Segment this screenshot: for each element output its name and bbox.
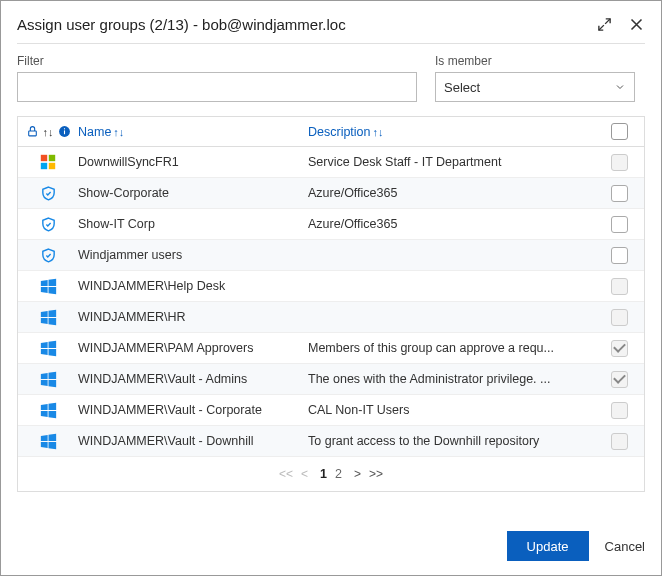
table-row[interactable]: WINDJAMMER\Vault - DownhillTo grant acce… <box>18 426 644 457</box>
row-checkbox <box>611 278 628 295</box>
group-description: CAL Non-IT Users <box>308 403 594 417</box>
group-name: Windjammer users <box>78 248 308 262</box>
row-checkbox <box>611 154 628 171</box>
group-type-icon <box>38 245 58 265</box>
pager-page[interactable]: 2 <box>331 465 346 483</box>
header-tools: ↑↓ <box>18 125 78 138</box>
group-type-icon <box>38 431 58 451</box>
table-body: DownwillSyncFR1Service Desk Staff - IT D… <box>18 147 644 457</box>
is-member-value: Select <box>444 80 480 95</box>
table-row[interactable]: WINDJAMMER\Help Desk <box>18 271 644 302</box>
column-description-header[interactable]: Description↑↓ <box>308 125 594 139</box>
filter-label: Filter <box>17 54 417 68</box>
filter-block: Filter <box>17 54 417 102</box>
group-description: Azure/Office365 <box>308 217 594 231</box>
group-name: WINDJAMMER\Vault - Corporate <box>78 403 308 417</box>
header-controls <box>595 15 645 33</box>
sort-indicator-icon: ↑↓ <box>113 126 124 138</box>
sort-icon[interactable]: ↑↓ <box>43 126 54 138</box>
group-description: Members of this group can approve a requ… <box>308 341 594 355</box>
table-row[interactable]: WINDJAMMER\Vault - CorporateCAL Non-IT U… <box>18 395 644 426</box>
group-type-icon <box>38 338 58 358</box>
row-checkbox <box>611 402 628 419</box>
group-description: To grant access to the Downhill reposito… <box>308 434 594 448</box>
chevron-down-icon <box>614 81 626 93</box>
column-select-header <box>594 123 644 140</box>
pager-prev[interactable]: < <box>301 467 308 481</box>
row-checkbox <box>611 433 628 450</box>
table-row[interactable]: Show-CorporateAzure/Office365 <box>18 178 644 209</box>
dialog-footer: Update Cancel <box>17 517 645 561</box>
column-name-header[interactable]: Name↑↓ <box>78 125 308 139</box>
svg-rect-5 <box>49 155 55 161</box>
group-name: WINDJAMMER\PAM Approvers <box>78 341 308 355</box>
group-type-icon <box>38 183 58 203</box>
svg-rect-2 <box>63 130 64 134</box>
row-checkbox[interactable] <box>611 216 628 233</box>
row-checkbox <box>611 340 628 357</box>
table-row[interactable]: WINDJAMMER\HR <box>18 302 644 333</box>
group-type-icon <box>38 214 58 234</box>
group-name: Show-Corporate <box>78 186 308 200</box>
table-header: ↑↓ Name↑↓ Description↑↓ <box>18 117 644 147</box>
pager-last[interactable]: >> <box>369 467 383 481</box>
group-name: WINDJAMMER\Vault - Admins <box>78 372 308 386</box>
info-icon[interactable] <box>58 125 71 138</box>
table-row[interactable]: WINDJAMMER\Vault - AdminsThe ones with t… <box>18 364 644 395</box>
table-row[interactable]: WINDJAMMER\PAM ApproversMembers of this … <box>18 333 644 364</box>
group-description: The ones with the Administrator privileg… <box>308 372 594 386</box>
group-name: WINDJAMMER\Help Desk <box>78 279 308 293</box>
is-member-select[interactable]: Select <box>435 72 635 102</box>
svg-rect-3 <box>63 128 64 129</box>
row-checkbox[interactable] <box>611 185 628 202</box>
svg-rect-4 <box>41 155 47 161</box>
row-checkbox <box>611 371 628 388</box>
group-type-icon <box>38 400 58 420</box>
pager-page[interactable]: 1 <box>316 465 331 483</box>
dialog-title: Assign user groups (2/13) - bob@windjamm… <box>17 16 346 33</box>
select-all-checkbox[interactable] <box>611 123 628 140</box>
pager-next[interactable]: > <box>354 467 361 481</box>
table-row[interactable]: Show-IT CorpAzure/Office365 <box>18 209 644 240</box>
filter-bar: Filter Is member Select <box>17 54 645 102</box>
pager-first[interactable]: << <box>279 467 293 481</box>
svg-rect-6 <box>41 163 47 169</box>
group-name: WINDJAMMER\Vault - Downhill <box>78 434 308 448</box>
svg-rect-0 <box>28 131 36 136</box>
assign-user-groups-dialog: Assign user groups (2/13) - bob@windjamm… <box>0 0 662 576</box>
groups-table: ↑↓ Name↑↓ Description↑↓ DownwillSyncFR1S… <box>17 116 645 492</box>
group-description: Service Desk Staff - IT Department <box>308 155 594 169</box>
group-description: Azure/Office365 <box>308 186 594 200</box>
row-checkbox <box>611 309 628 326</box>
group-name: WINDJAMMER\HR <box>78 310 308 324</box>
group-type-icon <box>38 276 58 296</box>
group-type-icon <box>38 152 58 172</box>
column-description-text: Description <box>308 125 371 139</box>
is-member-block: Is member Select <box>435 54 635 102</box>
close-icon[interactable] <box>627 15 645 33</box>
dialog-header: Assign user groups (2/13) - bob@windjamm… <box>17 15 645 44</box>
group-name: DownwillSyncFR1 <box>78 155 308 169</box>
lock-icon[interactable] <box>26 125 39 138</box>
expand-icon[interactable] <box>595 15 613 33</box>
pager: << < 12 > >> <box>18 457 644 491</box>
row-checkbox[interactable] <box>611 247 628 264</box>
sort-indicator-icon: ↑↓ <box>373 126 384 138</box>
group-type-icon <box>38 307 58 327</box>
table-row[interactable]: Windjammer users <box>18 240 644 271</box>
svg-rect-7 <box>49 163 55 169</box>
group-name: Show-IT Corp <box>78 217 308 231</box>
is-member-label: Is member <box>435 54 635 68</box>
table-row[interactable]: DownwillSyncFR1Service Desk Staff - IT D… <box>18 147 644 178</box>
group-type-icon <box>38 369 58 389</box>
column-name-text: Name <box>78 125 111 139</box>
cancel-button[interactable]: Cancel <box>605 539 645 554</box>
filter-input[interactable] <box>17 72 417 102</box>
update-button[interactable]: Update <box>507 531 589 561</box>
